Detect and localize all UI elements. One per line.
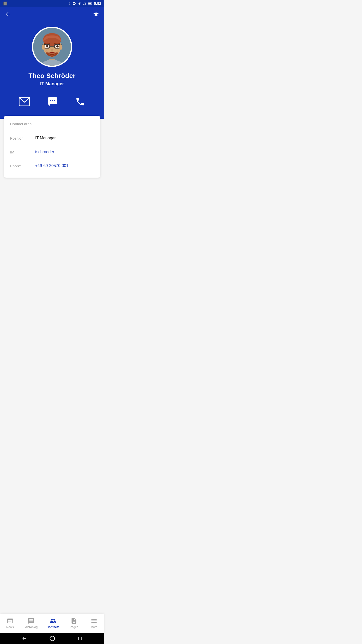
- bluetooth-icon: [67, 2, 71, 5]
- svg-rect-3: [73, 3, 75, 4]
- avatar: [32, 27, 72, 67]
- svg-point-32: [50, 100, 51, 101]
- svg-point-34: [54, 100, 55, 101]
- phone-value[interactable]: +49-69-20570-001: [35, 164, 68, 168]
- signal-icon: [83, 2, 86, 5]
- phone-button[interactable]: [73, 95, 87, 109]
- profile-header: Theo Schröder IT Manager: [0, 23, 104, 119]
- contact-title: IT Manager: [40, 81, 64, 87]
- im-label: IM: [10, 150, 35, 154]
- phone-icon: [75, 97, 85, 107]
- back-button[interactable]: [4, 10, 12, 20]
- im-row: IM tschroeder: [4, 145, 100, 159]
- section-title: Contact area: [4, 121, 100, 131]
- chat-icon: [48, 97, 58, 107]
- svg-rect-6: [85, 4, 85, 5]
- status-bar-left: [3, 1, 8, 6]
- avatar-image: [33, 28, 71, 66]
- email-button[interactable]: [17, 95, 32, 109]
- nav-bar: [0, 7, 104, 23]
- phone-row: Phone +49-69-20570-001: [4, 159, 100, 173]
- details-card: Contact area Position IT Manager IM tsch…: [4, 116, 100, 178]
- battery-icon: [88, 2, 93, 5]
- svg-rect-9: [92, 3, 92, 4]
- chat-button[interactable]: [46, 95, 60, 109]
- status-bar: 5:52: [0, 0, 104, 7]
- svg-rect-1: [4, 2, 7, 5]
- position-label: Position: [10, 136, 35, 140]
- svg-point-29: [60, 45, 62, 50]
- thumbnail-icon: [3, 1, 8, 6]
- profile-section: Theo Schröder IT Manager: [0, 23, 104, 111]
- svg-point-27: [57, 46, 58, 47]
- wifi-icon: [77, 2, 81, 5]
- position-value: IT Manager: [35, 136, 56, 140]
- im-value[interactable]: tschroeder: [35, 150, 54, 154]
- svg-point-28: [42, 45, 44, 50]
- action-icons: [0, 95, 104, 111]
- svg-rect-5: [84, 4, 84, 5]
- email-icon: [19, 97, 30, 106]
- svg-point-33: [52, 100, 53, 101]
- svg-point-26: [47, 46, 48, 47]
- dnd-icon: [72, 2, 76, 5]
- svg-rect-7: [85, 3, 86, 5]
- scroll-content: Contact area Position IT Manager IM tsch…: [0, 119, 104, 211]
- contact-name: Theo Schröder: [28, 72, 75, 80]
- favorite-button[interactable]: [92, 10, 100, 20]
- status-bar-right: 5:52: [67, 2, 101, 6]
- position-row: Position IT Manager: [4, 131, 100, 145]
- svg-rect-4: [83, 5, 84, 5]
- back-icon: [5, 11, 11, 17]
- svg-rect-10: [88, 3, 91, 4]
- star-icon: [93, 11, 99, 17]
- phone-label: Phone: [10, 164, 35, 168]
- status-time: 5:52: [94, 2, 101, 6]
